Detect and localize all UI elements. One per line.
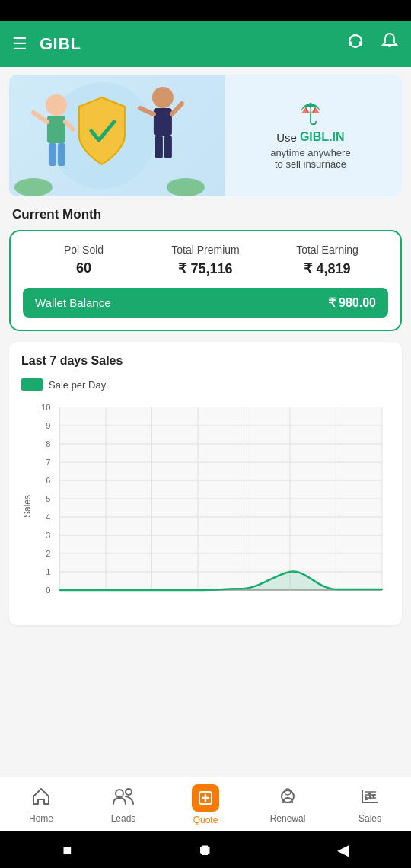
svg-text:7: 7 xyxy=(46,458,50,467)
svg-text:Sales: Sales xyxy=(22,495,33,518)
stats-card: Pol Sold 60 Total Premium ₹ 75,116 Total… xyxy=(9,230,402,331)
nav-quote[interactable]: Quote xyxy=(164,784,247,825)
total-premium-label: Total Premium xyxy=(171,244,239,256)
sales-icon xyxy=(359,786,381,810)
renewal-icon xyxy=(277,786,298,810)
svg-point-10 xyxy=(152,87,174,108)
app-title: GIBL xyxy=(40,34,81,54)
nav-leads[interactable]: Leads xyxy=(82,786,164,824)
system-back-btn[interactable]: ◀ xyxy=(337,841,349,859)
banner-logo xyxy=(298,101,323,126)
svg-rect-2 xyxy=(359,41,362,46)
total-premium-value: ₹ 75,116 xyxy=(178,260,232,277)
pol-sold-label: Pol Sold xyxy=(64,244,104,256)
svg-text:3: 3 xyxy=(46,531,50,540)
svg-point-17 xyxy=(167,178,205,196)
svg-rect-15 xyxy=(164,136,172,158)
banner-logo-text: GIBL.IN xyxy=(300,130,345,144)
svg-text:6: 6 xyxy=(46,476,50,485)
header-left: ☰ GIBL xyxy=(12,34,81,54)
chart-svg: 0 1 2 3 4 5 6 7 8 9 10 Sales xyxy=(21,400,390,613)
total-earning-stat: Total Earning ₹ 4,819 xyxy=(266,244,388,277)
home-label: Home xyxy=(29,813,53,824)
svg-rect-8 xyxy=(49,143,56,166)
chart-section: Last 7 days Sales Sale per Day xyxy=(9,342,402,625)
wallet-label: Wallet Balance xyxy=(35,296,111,309)
svg-text:8: 8 xyxy=(46,439,50,448)
stats-row: Pol Sold 60 Total Premium ₹ 75,116 Total… xyxy=(23,244,388,277)
svg-point-54 xyxy=(126,789,132,795)
svg-text:2: 2 xyxy=(46,549,50,558)
svg-line-6 xyxy=(33,113,47,122)
legend-box xyxy=(21,378,43,391)
system-circle-btn[interactable]: ⏺ xyxy=(197,841,212,859)
menu-icon[interactable]: ☰ xyxy=(12,34,27,54)
bell-icon[interactable] xyxy=(381,32,399,56)
pol-sold-value: 60 xyxy=(76,260,91,276)
total-premium-stat: Total Premium ₹ 75,116 xyxy=(145,244,266,277)
pol-sold-stat: Pol Sold 60 xyxy=(23,244,145,277)
leads-label: Leads xyxy=(111,813,136,824)
wallet-bar: Wallet Balance ₹ 980.00 xyxy=(23,288,388,318)
header-icons xyxy=(346,32,399,56)
chart-title: Last 7 days Sales xyxy=(21,354,390,368)
svg-line-64 xyxy=(369,793,371,799)
banner: Use GIBL.IN anytime anywhere to sell ins… xyxy=(9,75,402,196)
svg-line-13 xyxy=(172,104,182,114)
svg-point-53 xyxy=(116,790,123,797)
wallet-value: ₹ 980.00 xyxy=(328,295,376,310)
system-square-btn[interactable]: ■ xyxy=(62,841,72,859)
svg-text:1: 1 xyxy=(46,567,50,576)
banner-illustration xyxy=(9,75,225,196)
svg-rect-14 xyxy=(155,136,163,158)
banner-text-area: Use GIBL.IN anytime anywhere to sell ins… xyxy=(225,92,402,179)
bottom-nav: Home Leads Quote xyxy=(0,777,411,831)
banner-sub-text: anytime anywhere to sell insurnace xyxy=(270,147,351,170)
quote-label: Quote xyxy=(193,815,218,825)
svg-point-18 xyxy=(309,103,312,106)
sales-label: Sales xyxy=(358,813,381,824)
header: ☰ GIBL xyxy=(0,21,411,67)
total-earning-label: Total Earning xyxy=(296,244,358,256)
svg-text:0: 0 xyxy=(46,586,50,595)
current-month-label: Current Month xyxy=(12,207,399,222)
svg-rect-1 xyxy=(349,41,352,46)
svg-point-4 xyxy=(46,94,67,116)
leads-icon xyxy=(112,786,135,810)
svg-text:5: 5 xyxy=(46,494,50,503)
total-earning-value: ₹ 4,819 xyxy=(304,260,350,277)
nav-renewal[interactable]: Renewal xyxy=(247,786,329,824)
chart-container: 0 1 2 3 4 5 6 7 8 9 10 Sales xyxy=(21,400,390,613)
svg-point-16 xyxy=(14,178,53,196)
banner-use-text: Use xyxy=(276,131,297,144)
nav-sales[interactable]: Sales xyxy=(329,786,411,824)
svg-text:10: 10 xyxy=(41,403,50,412)
svg-text:4: 4 xyxy=(46,512,50,522)
svg-text:9: 9 xyxy=(46,421,50,430)
system-nav: ■ ⏺ ◀ xyxy=(0,831,411,868)
chart-legend: Sale per Day xyxy=(21,378,390,391)
status-bar xyxy=(0,0,411,21)
legend-label: Sale per Day xyxy=(49,379,106,391)
home-icon xyxy=(30,786,52,810)
nav-home[interactable]: Home xyxy=(0,786,82,824)
quote-icon xyxy=(192,784,219,812)
svg-rect-5 xyxy=(47,116,65,143)
svg-rect-9 xyxy=(58,143,65,166)
headset-icon[interactable] xyxy=(346,32,365,56)
svg-rect-11 xyxy=(154,108,172,136)
renewal-label: Renewal xyxy=(270,813,306,824)
